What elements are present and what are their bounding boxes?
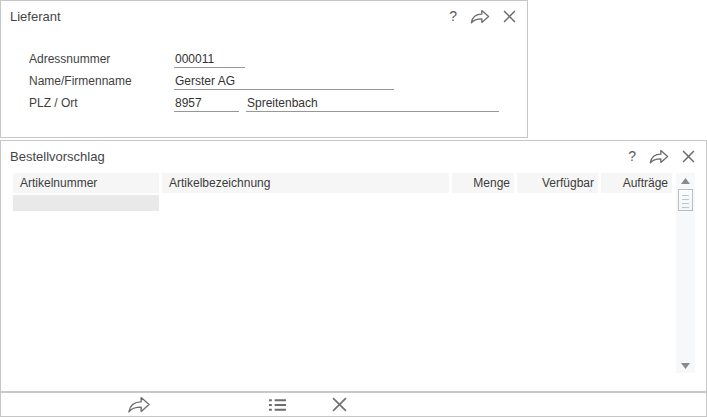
desktop: Lieferant ? Adressnummer Name/Firmenname… xyxy=(0,0,707,417)
scroll-up-icon[interactable] xyxy=(676,173,695,188)
column-header-auftraege[interactable]: Aufträge xyxy=(601,173,672,193)
titlebar-controls: ? xyxy=(628,148,695,165)
column-header-artikelbezeichnung[interactable]: Artikelbezeichnung xyxy=(162,173,449,193)
forward-arrow-icon[interactable] xyxy=(649,148,669,165)
name-firmenname-label: Name/Firmenname xyxy=(29,73,132,89)
adressnummer-label: Adressnummer xyxy=(29,51,110,67)
scrollbar-thumb[interactable] xyxy=(678,189,693,211)
scroll-down-icon[interactable] xyxy=(676,358,695,373)
bottom-toolbar xyxy=(1,393,706,416)
column-header-verfuegbar[interactable]: Verfügbar xyxy=(517,173,598,193)
close-icon[interactable] xyxy=(503,8,516,25)
close-icon[interactable] xyxy=(682,148,695,165)
plz-ort-label: PLZ / Ort xyxy=(29,95,78,111)
help-icon[interactable]: ? xyxy=(628,148,636,165)
list-body xyxy=(2,215,685,388)
list-icon[interactable] xyxy=(261,393,293,416)
vertical-scrollbar[interactable] xyxy=(676,173,695,373)
forward-arrow-icon[interactable] xyxy=(121,393,157,416)
name-firmenname-input[interactable] xyxy=(174,73,394,90)
column-header-menge[interactable]: Menge xyxy=(452,173,514,193)
window-title: Bestellvorschlag xyxy=(10,149,105,164)
selected-row-cell[interactable] xyxy=(13,195,159,211)
help-icon[interactable]: ? xyxy=(449,8,457,25)
adressnummer-input[interactable] xyxy=(174,51,245,68)
column-header-artikelnummer[interactable]: Artikelnummer xyxy=(13,173,159,193)
bestellvorschlag-window: Bestellvorschlag ? Artikelnummer Artikel… xyxy=(0,140,707,417)
forward-arrow-icon[interactable] xyxy=(470,8,490,25)
plz-input[interactable] xyxy=(174,95,239,112)
ort-input[interactable] xyxy=(246,95,499,112)
titlebar-controls: ? xyxy=(449,8,516,25)
close-icon[interactable] xyxy=(323,393,355,416)
lieferant-window: Lieferant ? Adressnummer Name/Firmenname… xyxy=(0,0,528,138)
window-title: Lieferant xyxy=(10,9,61,24)
